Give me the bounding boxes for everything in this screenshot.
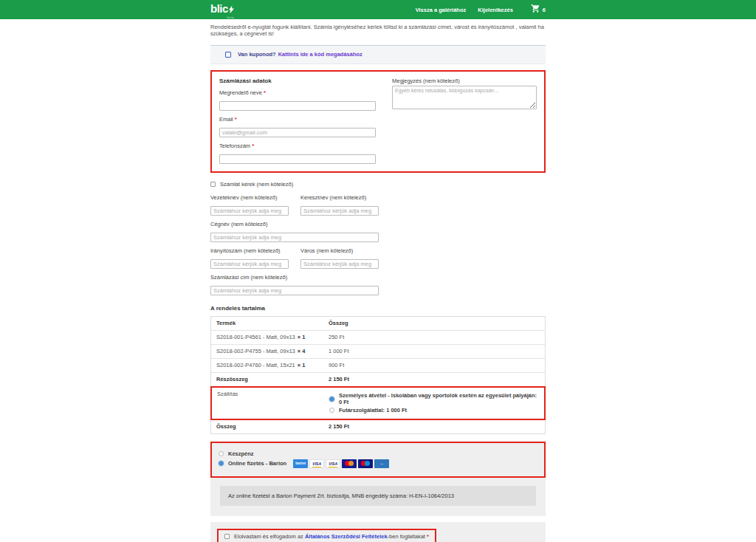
radio-selected-icon[interactable] <box>329 397 334 402</box>
maestro-logo-icon <box>358 459 373 468</box>
payment-option-label: Online fizetés - Barion <box>228 460 286 467</box>
visa-logo-icon: VISA <box>309 459 324 468</box>
product-qty: × 1 <box>298 334 306 340</box>
coupon-checkbox-icon <box>225 52 231 58</box>
radio-unselected-icon[interactable] <box>329 408 334 413</box>
payment-option-label: Készpénz <box>228 450 254 457</box>
email-field[interactable] <box>219 128 376 137</box>
required-asterisk: * <box>252 143 254 149</box>
subtotal-row: Részösszeg 2 150 Ft <box>211 373 545 387</box>
barion-legal-note: Az online fizetést a Barion Payment Zrt.… <box>220 486 536 506</box>
table-row: S2018-002-P4760 - Matt, 15x21× 1 900 Ft <box>211 359 545 373</box>
product-amount: 250 Ft <box>323 331 545 344</box>
product-name: S2018-002-P4760 - Matt, 15x21 <box>216 362 295 368</box>
back-to-gallery-link[interactable]: Vissza a galériához <box>416 7 467 13</box>
zip-label: Irányítószám (nem kötelező) <box>210 247 289 254</box>
coupon-question: Van kuponod? <box>238 51 276 58</box>
required-asterisk: * <box>264 89 266 96</box>
order-contents-title: A rendelés tartalma <box>210 305 546 312</box>
cart-button[interactable]: 6 <box>531 3 546 16</box>
product-amount: 900 Ft <box>323 359 545 372</box>
total-row: Összeg 2 150 Ft <box>211 420 545 433</box>
city-label: Város (nem kötelező) <box>300 247 379 254</box>
billing-address-label: Számlázási cím (nem kötelező) <box>210 274 379 281</box>
invoice-request-label: Számlát kérek (nem kötelező) <box>220 181 293 188</box>
terms-suffix: -ben foglaltakat <box>388 533 427 540</box>
payment-options: Készpénz Online fizetés - Barion barion … <box>210 442 546 478</box>
column-amount: Összeg <box>323 317 545 330</box>
invoice-request-checkbox[interactable] <box>210 182 216 187</box>
zip-input[interactable] <box>210 259 289 269</box>
invoice-request-checkbox-row[interactable]: Számlát kérek (nem kötelező) <box>210 181 546 188</box>
required-asterisk: * <box>235 116 237 123</box>
product-qty: × 1 <box>298 362 306 368</box>
company-input[interactable] <box>210 233 379 242</box>
customer-name-label: Megrendelő neve * <box>219 89 376 96</box>
order-note-textarea[interactable] <box>392 86 537 109</box>
radio-unselected-icon[interactable] <box>219 451 224 456</box>
table-row: S2018-001-P4561 - Matt, 09x13× 1 250 Ft <box>211 331 545 345</box>
amex-logo-icon: ≡≡ <box>374 459 389 468</box>
shipping-option-label: Személyes átvétel - Iskolában vagy sport… <box>339 392 539 405</box>
card-logos: barion VISA VISA ≡≡ <box>293 459 389 468</box>
product-qty: × 4 <box>298 348 306 354</box>
cart-icon <box>531 3 540 16</box>
product-amount: 1 000 Ft <box>323 345 545 358</box>
top-header-bar: blic foto Vissza a galériához Kijelentke… <box>0 0 756 19</box>
firstname-input[interactable] <box>300 206 379 216</box>
blic-logo[interactable]: blic foto <box>210 3 234 17</box>
total-label: Összeg <box>211 420 323 433</box>
cart-count-badge: 6 <box>543 7 546 13</box>
shipping-row: Szállítás Személyes átvétel - Iskolában … <box>210 386 546 420</box>
lastname-input[interactable] <box>210 206 289 216</box>
subtotal-label: Részösszeg <box>211 373 323 386</box>
shipping-option-label: Futárszolgálattal: 1 000 Ft <box>339 407 407 414</box>
payment-option-cash[interactable]: Készpénz <box>219 450 537 457</box>
shipping-option-courier[interactable]: Futárszolgálattal: 1 000 Ft <box>329 407 539 414</box>
table-row: S2018-002-P4755 - Matt, 09x13× 4 1 000 F… <box>211 345 545 359</box>
terms-prefix: Elolvastam és elfogadom az <box>234 533 305 540</box>
logo-text: blic <box>210 3 228 14</box>
firstname-label: Keresztnév (nem kötelező) <box>300 194 379 201</box>
mastercard-logo-icon <box>342 459 357 468</box>
barion-logo-icon: barion <box>293 459 308 468</box>
logout-link[interactable]: Kijelentkezés <box>478 7 513 13</box>
note-label: Megjegyzés (nem kötelező) <box>392 78 537 84</box>
shipping-label: Szállítás <box>212 388 324 419</box>
payment-option-barion[interactable]: Online fizetés - Barion barion VISA VISA… <box>219 459 537 468</box>
terms-checkbox[interactable] <box>224 534 230 539</box>
subtotal-value: 2 150 Ft <box>323 373 545 386</box>
product-name: S2018-002-P4755 - Matt, 09x13 <box>216 348 295 354</box>
billing-address-input[interactable] <box>210 286 379 295</box>
billing-section: Számlázási adatok Megrendelő neve * Emai… <box>210 70 546 173</box>
city-input[interactable] <box>300 259 379 269</box>
billing-title: Számlázási adatok <box>219 78 376 84</box>
visa-electron-logo-icon: VISA <box>326 459 340 468</box>
terms-checkbox-row[interactable]: Elolvastam és elfogadom az Általános Sze… <box>217 529 436 542</box>
order-table: Termék Összeg S2018-001-P4561 - Matt, 09… <box>210 316 546 434</box>
invoice-fields: Vezetéknév (nem kötelező) Keresztnév (ne… <box>210 189 379 295</box>
phone-input[interactable] <box>219 154 376 164</box>
coupon-code-link[interactable]: Kattints ide a kód megadásához <box>278 51 362 58</box>
table-header-row: Termék Összeg <box>211 317 545 331</box>
payment-section: Készpénz Online fizetés - Barion barion … <box>210 442 546 516</box>
coupon-toggle[interactable]: Van kuponod? Kattints ide a kód megadásá… <box>210 45 546 64</box>
product-name: S2018-001-P4561 - Matt, 09x13 <box>216 334 295 340</box>
shipping-option-pickup[interactable]: Személyes átvétel - Iskolában vagy sport… <box>329 392 539 405</box>
column-product: Termék <box>211 317 323 330</box>
lastname-label: Vezetéknév (nem kötelező) <box>210 194 289 201</box>
terms-section: Elolvastam és elfogadom az Általános Sze… <box>210 522 546 542</box>
intro-text: Rendelésedről e-nyugtát fogunk kiállítan… <box>210 24 546 38</box>
email-label: Email * <box>219 116 376 123</box>
company-label: Cégnév (nem kötelező) <box>210 221 379 227</box>
logo-sub-text: foto <box>227 16 235 19</box>
required-asterisk: * <box>427 533 429 540</box>
terms-link[interactable]: Általános Szerződési Feltételek <box>305 533 388 540</box>
total-value: 2 150 Ft <box>323 420 545 433</box>
radio-selected-icon[interactable] <box>219 461 224 466</box>
phone-label: Telefonszám * <box>219 143 376 149</box>
customer-name-input[interactable] <box>219 101 376 111</box>
header-nav: Vissza a galériához Kijelentkezés 6 <box>404 3 546 16</box>
